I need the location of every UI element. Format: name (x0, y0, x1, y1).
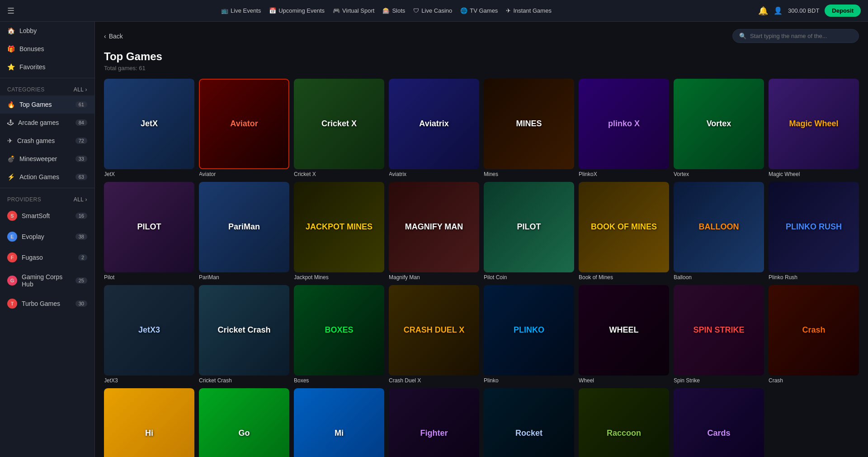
sidebar-item-minesweeper[interactable]: 💣 Minesweeper 33 (0, 150, 94, 168)
categories-section-title: Categories All › (0, 80, 94, 95)
sidebar-item-lobby[interactable]: 🏠 Lobby (0, 22, 94, 40)
game-name-label: Cricket Crash (199, 377, 289, 384)
hamburger-icon[interactable]: ☰ (7, 6, 14, 16)
game-thumb-text: Fighter (419, 427, 450, 440)
main-layout: 🏠 Lobby 🎁 Bonuses ⭐ Favorites Categories… (0, 22, 868, 457)
game-card-aviator[interactable]: AviatorAviator (199, 79, 289, 177)
nav-live-events[interactable]: 📺 Live Events (221, 7, 261, 14)
game-name-label: Boxes (294, 377, 384, 384)
top-games-icon: 🔥 (7, 101, 15, 108)
game-card-cricket-crash[interactable]: Cricket CrashCricket Crash (199, 285, 289, 384)
game-card-book-of-mines[interactable]: BOOK OF MINESBook of Mines (579, 182, 669, 281)
sidebar-item-favorites[interactable]: ⭐ Favorites (0, 58, 94, 76)
game-card-pariman[interactable]: PariManPariMan (199, 182, 289, 281)
game-card-raccoon[interactable]: RaccoonRaccoon (579, 388, 669, 457)
game-card-aviatrix[interactable]: AviatrixAviatrix (389, 79, 479, 177)
search-bar[interactable]: 🔍 Start typing the name of the... (732, 29, 859, 43)
game-card-jetx[interactable]: JetXJetX (104, 79, 194, 177)
game-thumb-text: Magic Wheel (787, 118, 840, 130)
game-card-jackpot-mines[interactable]: JACKPOT MINESJackpot Mines (294, 182, 384, 281)
balance-display: 300.00 BDT (788, 7, 819, 14)
game-card-plinko[interactable]: PLINKOPlinko (484, 285, 574, 384)
nav-tv-games[interactable]: 🌐 TV Games (460, 7, 498, 14)
game-name-label: Aviator (199, 171, 289, 177)
game-card-cricket-x[interactable]: Cricket XCricket X (294, 79, 384, 177)
game-name-label: Plinko (484, 377, 574, 384)
game-card-mines[interactable]: MINESMines (484, 79, 574, 177)
game-card-magnify-man[interactable]: MAGNIFY MANMagnify Man (389, 182, 479, 281)
game-card-hi[interactable]: HiHi (104, 388, 194, 457)
lobby-icon: 🏠 (7, 27, 15, 34)
game-card-pilot-coin[interactable]: PILOTPilot Coin (484, 182, 574, 281)
game-card-boxes[interactable]: BOXESBoxes (294, 285, 384, 384)
top-nav: ☰ 📺 Live Events 📅 Upcoming Events 🎮 Virt… (0, 0, 868, 22)
categories-all-link[interactable]: All › (74, 86, 87, 93)
game-name-label: PariMan (199, 274, 289, 281)
game-card-magic-wheel[interactable]: Magic WheelMagic Wheel (769, 79, 859, 177)
game-name-label: PlinkoX (579, 171, 669, 177)
sidebar-item-smartsoft[interactable]: S SmartSoft 16 (0, 205, 94, 226)
nav-slots[interactable]: 🎰 Slots (382, 7, 405, 14)
game-thumb-text: Hi (143, 427, 155, 440)
nav-live-casino[interactable]: 🛡 Live Casino (413, 7, 452, 14)
game-thumb-text: JetX (139, 118, 160, 130)
sidebar-item-turbo-games[interactable]: T Turbo Games 30 (0, 293, 94, 314)
game-card-spin-strike[interactable]: SPIN STRIKESpin Strike (674, 285, 764, 384)
chevron-right-icon: › (85, 86, 88, 93)
sidebar-item-action-games[interactable]: ⚡ Action Games 63 (0, 168, 94, 186)
sidebar-item-gaming-corps[interactable]: G Gaming Corps Hub 25 (0, 268, 94, 293)
game-name-label: Plinko Rush (769, 274, 859, 281)
game-card-crash[interactable]: CrashCrash (769, 285, 859, 384)
game-card-balloon[interactable]: BALLOONBalloon (674, 182, 764, 281)
game-card-plinko-rush[interactable]: PLINKO RUSHPlinko Rush (769, 182, 859, 281)
game-card-vortex[interactable]: VortexVortex (674, 79, 764, 177)
notification-icon[interactable]: 🔔 (758, 6, 768, 16)
game-card-mi[interactable]: MiMi (294, 388, 384, 457)
game-thumb-text: Go (237, 427, 252, 440)
game-thumb-text: MAGNIFY MAN (403, 221, 465, 233)
game-card-pilot[interactable]: PILOTPilot (104, 182, 194, 281)
sidebar-item-bonuses[interactable]: 🎁 Bonuses (0, 40, 94, 58)
game-name-label: Spin Strike (674, 377, 764, 384)
game-card-rocket[interactable]: RocketRocket (484, 388, 574, 457)
game-card-go[interactable]: GoGo (199, 388, 289, 457)
content-header: ‹ Back 🔍 Start typing the name of the... (104, 29, 859, 43)
game-name-label: Magic Wheel (769, 171, 859, 177)
sidebar-item-top-games[interactable]: 🔥 Top Games 61 (0, 95, 94, 114)
sidebar-divider-2 (0, 188, 94, 188)
evoplay-badge: 38 (75, 233, 87, 240)
sidebar-item-fugaso[interactable]: F Fugaso 2 (0, 247, 94, 268)
deposit-button[interactable]: Deposit (825, 5, 861, 17)
sidebar-divider-1 (0, 78, 94, 78)
nav-upcoming-events[interactable]: 📅 Upcoming Events (269, 7, 325, 14)
game-thumb-text: PLINKO RUSH (784, 221, 844, 233)
nav-items: 📺 Live Events 📅 Upcoming Events 🎮 Virtua… (24, 7, 749, 14)
sidebar-item-evoplay[interactable]: E Evoplay 38 (0, 226, 94, 247)
game-thumb-text: Vortex (705, 118, 733, 130)
total-games-count: Total games: 61 (104, 65, 859, 71)
game-card-crash-duel-x[interactable]: CRASH DUEL XCrash Duel X (389, 285, 479, 384)
sidebar-item-crash-games[interactable]: ✈ Crash games 72 (0, 132, 94, 150)
gaming-corps-badge: 25 (75, 277, 87, 284)
game-thumb-text: PLINKO (512, 324, 546, 337)
gaming-corps-icon: G (7, 276, 17, 286)
favorites-icon: ⭐ (7, 63, 15, 71)
game-card-jetx3[interactable]: JetX3JetX3 (104, 285, 194, 384)
search-icon: 🔍 (739, 33, 746, 39)
game-name-label: Crash (769, 377, 859, 384)
game-name-label: Magnify Man (389, 274, 479, 281)
game-thumb-text: PariMan (226, 221, 262, 233)
nav-virtual-sport[interactable]: 🎮 Virtual Sport (333, 7, 374, 14)
back-button[interactable]: ‹ Back (104, 33, 123, 40)
game-thumb-text: PILOT (136, 221, 163, 233)
game-card-plinkox[interactable]: plinko XPlinkoX (579, 79, 669, 177)
nav-instant-games[interactable]: ✈ Instant Games (506, 7, 552, 14)
game-card-cards[interactable]: CardsCards (674, 388, 764, 457)
game-card-fighter[interactable]: FighterFighter (389, 388, 479, 457)
providers-all-link[interactable]: All › (74, 196, 87, 203)
user-icon[interactable]: 👤 (774, 6, 783, 15)
sidebar-item-arcade-games[interactable]: 🕹 Arcade games 84 (0, 114, 94, 132)
game-card-wheel[interactable]: WHEELWheel (579, 285, 669, 384)
live-casino-icon: 🛡 (413, 7, 419, 14)
game-thumb-text: BOXES (323, 324, 355, 337)
